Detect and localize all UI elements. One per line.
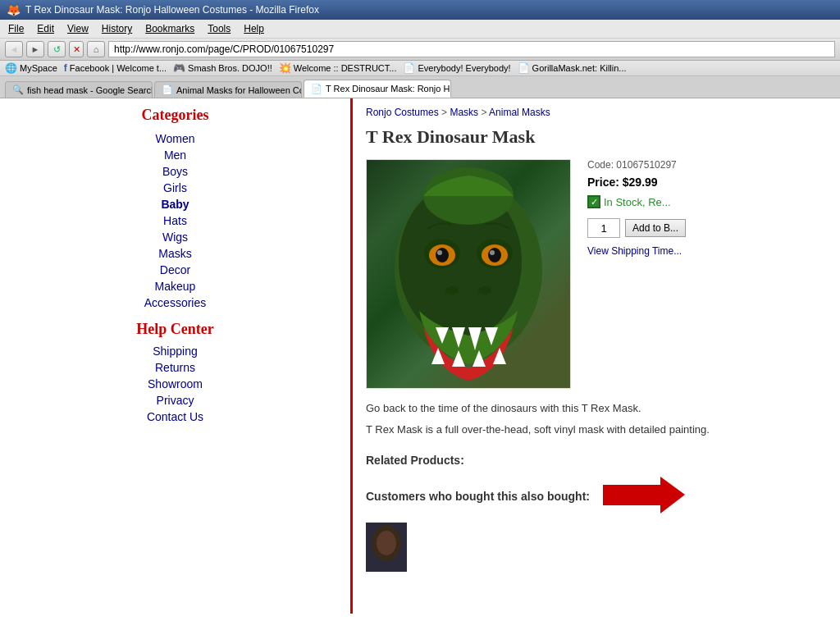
svg-point-9 <box>490 250 495 255</box>
related-products-heading: Related Products: <box>366 454 827 467</box>
sidebar-item-wigs[interactable]: Wigs <box>0 229 350 245</box>
menu-bookmarks[interactable]: Bookmarks <box>140 21 199 36</box>
breadcrumb-animal-masks[interactable]: Animal Masks <box>489 107 550 118</box>
title-bar: 🦊 T Rex Dinosaur Mask: Ronjo Halloween C… <box>0 0 840 20</box>
tab-animal-masks[interactable]: 📄 Animal Masks for Halloween Costu... <box>154 81 302 98</box>
product-title: T Rex Dinosaur Mask <box>366 126 827 148</box>
product-image-area <box>366 159 571 389</box>
sidebar-item-returns[interactable]: Returns <box>0 359 350 376</box>
destruct-icon: 💥 <box>279 62 291 74</box>
bookmark-smash[interactable]: 🎮 Smash Bros. DOJO!! <box>173 62 272 74</box>
in-stock-badge: ✓ In Stock, Re... <box>587 195 710 208</box>
shipping-times-link[interactable]: View Shipping Time... <box>587 245 682 257</box>
facebook-icon: f <box>64 62 67 74</box>
svg-point-16 <box>377 531 396 555</box>
bookmark-gorilla-label: GorillaMask.net: Killin... <box>532 63 627 73</box>
sidebar-item-hats[interactable]: Hats <box>0 212 350 229</box>
tab-label-animal: Animal Masks for Halloween Costu... <box>176 85 302 95</box>
tab-icon-animal: 📄 <box>162 84 173 95</box>
breadcrumb-store[interactable]: Ronjo Costumes <box>366 107 439 118</box>
bookmark-smash-label: Smash Bros. DOJO!! <box>188 63 272 73</box>
menu-help[interactable]: Help <box>239 21 269 36</box>
bookmark-facebook[interactable]: f Facebook | Welcome t... <box>64 62 167 74</box>
breadcrumb-masks[interactable]: Masks <box>450 107 478 118</box>
menu-view[interactable]: View <box>62 21 94 36</box>
sidebar-item-showroom[interactable]: Showroom <box>0 376 350 392</box>
svg-point-10 <box>445 286 459 294</box>
in-stock-label: In Stock, Re... <box>604 196 671 208</box>
window-title: T Rex Dinosaur Mask: Ronjo Halloween Cos… <box>25 4 319 16</box>
right-content: Ronjo Costumes > Masks > Animal Masks T … <box>353 98 840 614</box>
customers-also-bought: Customers who bought this also bought: <box>366 477 827 516</box>
quantity-input[interactable] <box>587 218 620 238</box>
customers-also-label: Customers who bought this also bought: <box>366 490 590 503</box>
bookmark-facebook-label: Facebook | Welcome t... <box>70 63 167 73</box>
smash-icon: 🎮 <box>173 62 185 74</box>
menu-file[interactable]: File <box>3 21 29 36</box>
product-code: Code: 01067510297 <box>587 159 710 171</box>
svg-marker-13 <box>603 477 685 514</box>
product-info: Code: 01067510297 Price: $29.99 ✓ In Sto… <box>587 159 710 389</box>
product-price: Price: $29.99 <box>587 176 710 189</box>
product-desc-2: T Rex Mask is a full over-the-head, soft… <box>366 422 827 438</box>
bookmark-destruct[interactable]: 💥 Welcome :: DESTRUCT... <box>279 62 397 74</box>
product-layout: Code: 01067510297 Price: $29.99 ✓ In Sto… <box>366 159 827 389</box>
sidebar-nav: Categories Women Men Boys Girls Baby Hat… <box>0 98 350 433</box>
product-desc-1: Go back to the time of the dinosaurs wit… <box>366 400 827 417</box>
nav-bar: ◄ ► ↺ ✕ ⌂ <box>0 39 840 61</box>
sidebar-item-shipping[interactable]: Shipping <box>0 343 350 359</box>
back-button[interactable]: ◄ <box>5 41 23 57</box>
menu-edit[interactable]: Edit <box>32 21 59 36</box>
bookmark-destruct-label: Welcome :: DESTRUCT... <box>294 63 397 73</box>
sidebar-item-accessories[interactable]: Accessories <box>0 294 350 311</box>
trex-svg <box>370 163 567 385</box>
sidebar-item-makeup[interactable]: Makeup <box>0 278 350 294</box>
bookmark-everybody[interactable]: 📄 Everybody! Everybody! <box>403 62 510 74</box>
sidebar-item-boys[interactable]: Boys <box>0 163 350 180</box>
page-wrapper: Categories Women Men Boys Girls Baby Hat… <box>0 98 840 614</box>
add-to-cart-row: Add to B... <box>587 218 710 238</box>
bookmark-gorilla[interactable]: 📄 GorillaMask.net: Killin... <box>518 62 627 74</box>
forward-button[interactable]: ► <box>26 41 44 57</box>
sidebar-item-girls[interactable]: Girls <box>0 180 350 196</box>
sidebar-item-men[interactable]: Men <box>0 147 350 163</box>
product-description: Go back to the time of the dinosaurs wit… <box>366 400 827 437</box>
svg-point-4 <box>436 248 449 262</box>
tabs-bar: 🔍 fish head mask - Google Search 📄 Anima… <box>0 76 840 98</box>
red-arrow-icon <box>603 477 685 516</box>
breadcrumb: Ronjo Costumes > Masks > Animal Masks <box>366 107 827 118</box>
product-image <box>366 159 571 389</box>
svg-point-8 <box>488 248 501 262</box>
sidebar-item-baby[interactable]: Baby <box>0 196 350 212</box>
tab-google-search[interactable]: 🔍 fish head mask - Google Search <box>5 81 153 98</box>
everybody-icon: 📄 <box>403 62 415 74</box>
bookmark-everybody-label: Everybody! Everybody! <box>418 63 510 73</box>
sidebar-item-decor[interactable]: Decor <box>0 262 350 278</box>
myspace-icon: 🌐 <box>5 62 17 74</box>
stop-button[interactable]: ✕ <box>69 41 84 57</box>
tab-label-trex: T Rex Dinosaur Mask: Ronjo Hallo... <box>326 84 451 94</box>
tab-icon-trex: 📄 <box>311 84 322 94</box>
related-product-thumbnail[interactable] <box>366 523 407 572</box>
breadcrumb-sep1: > <box>441 107 450 118</box>
address-bar[interactable] <box>108 41 835 57</box>
tab-trex-mask[interactable]: 📄 T Rex Dinosaur Mask: Ronjo Hallo... ✕ <box>304 80 451 98</box>
menu-bar: File Edit View History Bookmarks Tools H… <box>0 20 840 39</box>
bookmark-myspace[interactable]: 🌐 MySpace <box>5 62 57 74</box>
sidebar-item-contact[interactable]: Contact Us <box>0 409 350 425</box>
left-sidebar: Categories Women Men Boys Girls Baby Hat… <box>0 98 353 614</box>
categories-title: Categories <box>0 107 350 124</box>
bookmarks-bar: 🌐 MySpace f Facebook | Welcome t... 🎮 Sm… <box>0 61 840 76</box>
sidebar-item-privacy[interactable]: Privacy <box>0 392 350 409</box>
home-button[interactable]: ⌂ <box>87 41 105 57</box>
svg-point-5 <box>437 250 442 255</box>
help-center-title: Help Center <box>0 321 350 338</box>
add-to-cart-button[interactable]: Add to B... <box>625 219 686 237</box>
check-icon: ✓ <box>587 195 600 208</box>
menu-tools[interactable]: Tools <box>203 21 235 36</box>
sidebar-item-masks[interactable]: Masks <box>0 245 350 262</box>
menu-history[interactable]: History <box>97 21 137 36</box>
bookmark-myspace-label: MySpace <box>20 63 57 73</box>
refresh-button[interactable]: ↺ <box>48 41 66 57</box>
sidebar-item-women[interactable]: Women <box>0 130 350 147</box>
